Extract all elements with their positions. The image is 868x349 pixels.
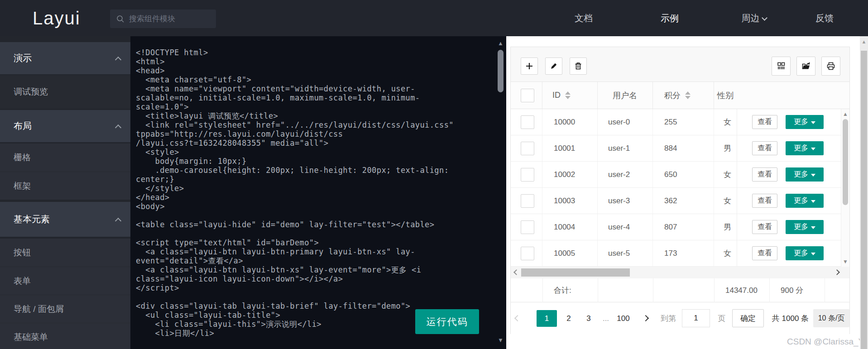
cell-id: 10003 [542, 188, 598, 214]
sidebar-group-basic-elements[interactable]: 基本元素 [0, 202, 130, 237]
nav-item-around[interactable]: 周边 [724, 0, 784, 36]
page-button-1[interactable]: 1 [537, 310, 557, 327]
code-content[interactable]: <!DOCTYPE html> <html> <head> <meta char… [136, 48, 506, 338]
row-checkbox[interactable] [521, 220, 534, 234]
nav-item-docs[interactable]: 文档 [553, 0, 614, 36]
table-hscrollbar-thumb[interactable] [521, 268, 630, 277]
sidebar: 演示 调试预览 布局 栅格 框架 基本元素 按钮 表单 导航 / 面包屑 基础菜… [0, 36, 130, 349]
more-button[interactable]: 更多 [786, 167, 824, 182]
cell-id: 10005 [542, 240, 598, 266]
view-button[interactable]: 查看 [752, 167, 777, 182]
layui-logo[interactable]: Layui [33, 0, 81, 36]
row-checkbox[interactable] [521, 115, 534, 129]
caret-down-icon [811, 121, 815, 124]
sidebar-item-button[interactable]: 按钮 [0, 239, 130, 267]
more-button[interactable]: 更多 [786, 194, 824, 208]
page-size-select[interactable]: 10 条/页 [813, 309, 849, 327]
edit-button[interactable] [545, 57, 562, 75]
scroll-up-icon[interactable]: ▲ [860, 39, 868, 44]
table-scrollbar-vertical[interactable]: ▲ ▼ [841, 109, 849, 267]
table-header: ID 用户名 积分 性别 [511, 82, 849, 109]
row-checkbox[interactable] [521, 247, 534, 260]
row-checkbox[interactable] [521, 194, 534, 208]
scroll-up-icon[interactable]: ▲ [841, 111, 849, 117]
jump-prefix-label: 到第 [658, 310, 678, 327]
view-button[interactable]: 查看 [752, 115, 777, 129]
select-all-checkbox[interactable] [521, 89, 534, 102]
sidebar-item-grid[interactable]: 栅格 [0, 143, 130, 172]
sidebar-item-basic-menu[interactable]: 基础菜单 [0, 323, 130, 349]
sort-icon[interactable] [685, 91, 691, 99]
trash-icon [574, 62, 582, 70]
column-header-id[interactable]: ID [542, 82, 598, 109]
scroll-up-icon[interactable]: ▲ [496, 40, 505, 47]
row-actions: 查看 更多 [737, 188, 841, 214]
code-editor[interactable]: <!DOCTYPE html> <html> <head> <meta char… [130, 36, 506, 349]
scroll-left-icon[interactable] [513, 269, 519, 275]
cell-gender: 女 [714, 162, 737, 187]
search-input[interactable]: 搜索组件模块 [110, 10, 216, 28]
sort-icon[interactable] [565, 91, 571, 99]
row-actions: 查看 更多 [737, 109, 841, 135]
search-placeholder: 搜索组件模块 [129, 14, 175, 24]
print-button[interactable] [821, 57, 840, 76]
scroll-right-icon[interactable] [834, 269, 840, 275]
page-prev-icon[interactable] [514, 315, 521, 321]
scroll-down-icon[interactable]: ▼ [496, 337, 505, 344]
column-header-username: 用户名 [598, 82, 653, 109]
nav-item-feedback[interactable]: 反馈 [794, 0, 855, 36]
page-button-100[interactable]: 100 [613, 310, 633, 327]
page-jump-input[interactable] [682, 309, 710, 327]
sidebar-group-demo[interactable]: 演示 [0, 42, 130, 74]
page-scrollbar[interactable]: ▲ [860, 36, 868, 349]
row-actions: 查看 更多 [737, 135, 841, 162]
caret-down-icon [811, 148, 815, 150]
cell-id: 10004 [542, 214, 598, 240]
export-button[interactable] [796, 57, 815, 76]
add-button[interactable] [521, 57, 538, 75]
table-scrollbar-horizontal[interactable] [511, 267, 849, 278]
chevron-down-icon [762, 15, 767, 21]
row-checkbox[interactable] [521, 168, 534, 182]
more-button[interactable]: 更多 [786, 115, 824, 129]
page-scrollbar-thumb[interactable] [861, 51, 867, 349]
sidebar-item-form[interactable]: 表单 [0, 267, 130, 295]
cell-username: user-1 [598, 135, 653, 161]
watermark: CSDN @Clarissa_Y [787, 337, 868, 347]
sidebar-item-frame[interactable]: 框架 [0, 172, 130, 200]
sidebar-group-layout[interactable]: 布局 [0, 110, 130, 142]
page-next-icon[interactable] [643, 315, 649, 321]
view-button[interactable]: 查看 [752, 194, 777, 208]
editor-scrollbar[interactable]: ▲ ▼ [496, 37, 505, 349]
cell-score: 650 [653, 162, 714, 187]
more-button[interactable]: 更多 [786, 220, 824, 234]
column-header-gender: 性别 [714, 82, 737, 109]
view-button[interactable]: 查看 [752, 246, 777, 260]
more-button[interactable]: 更多 [786, 246, 824, 260]
caret-down-icon [811, 174, 815, 177]
sidebar-item-debug-preview[interactable]: 调试预览 [0, 75, 130, 109]
row-checkbox[interactable] [521, 142, 534, 155]
columns-icon [777, 62, 786, 71]
columns-filter-button[interactable] [772, 57, 791, 76]
confirm-button[interactable]: 确定 [732, 309, 764, 327]
page-button-2[interactable]: 2 [561, 310, 576, 327]
cell-gender: 女 [714, 240, 737, 266]
plus-icon [525, 62, 533, 70]
scroll-down-icon[interactable]: ▼ [841, 258, 849, 265]
delete-button[interactable] [570, 57, 587, 75]
editor-scrollbar-thumb[interactable] [498, 50, 504, 92]
run-code-button[interactable]: 运行代码 [415, 309, 479, 334]
page-button-3[interactable]: 3 [581, 310, 596, 327]
view-button[interactable]: 查看 [752, 220, 777, 234]
more-button[interactable]: 更多 [786, 141, 824, 155]
cell-gender: 男 [714, 214, 737, 240]
column-header-score[interactable]: 积分 [653, 82, 714, 109]
view-button[interactable]: 查看 [752, 141, 777, 155]
table-scrollbar-thumb[interactable] [843, 119, 848, 205]
cell-username: user-0 [598, 109, 653, 135]
export-icon [801, 62, 810, 71]
cell-score: 173 [653, 240, 714, 266]
nav-item-examples[interactable]: 示例 [639, 0, 700, 36]
sidebar-item-nav-breadcrumb[interactable]: 导航 / 面包屑 [0, 295, 130, 323]
